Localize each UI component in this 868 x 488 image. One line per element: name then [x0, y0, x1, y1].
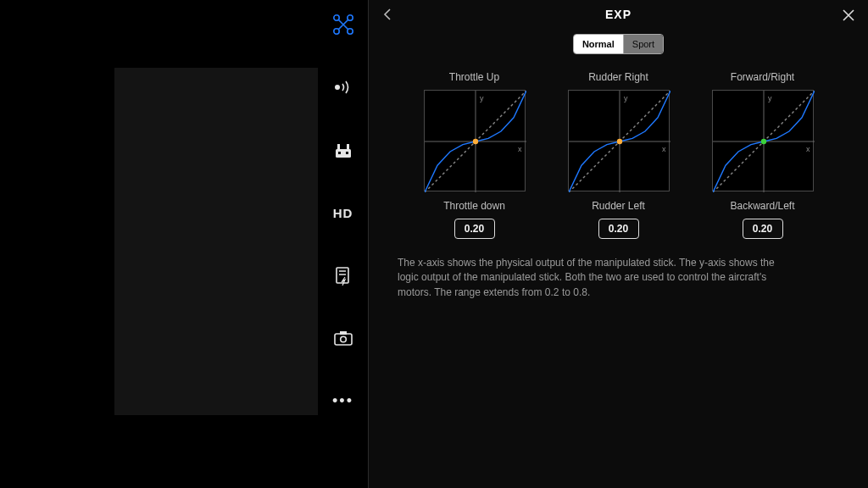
svg-text:x: x: [518, 145, 522, 153]
exp-charts-row: Throttle UpyxThrottle down0.20Rudder Rig…: [369, 64, 868, 244]
panel-header: EXP: [369, 0, 868, 29]
exp-chart-1: Rudder RightyxRudder Left0.20: [559, 71, 678, 239]
svg-point-28: [760, 139, 765, 144]
camera-preview-pane: [0, 0, 318, 488]
exp-chart-0: Throttle UpyxThrottle down0.20: [415, 71, 534, 239]
svg-point-23: [616, 139, 621, 144]
svg-text:x: x: [662, 145, 666, 153]
svg-point-3: [347, 29, 352, 34]
chart-plot[interactable]: yx: [424, 90, 526, 191]
panel-title: EXP: [605, 8, 632, 21]
gimbal-icon[interactable]: [331, 326, 355, 350]
battery-icon[interactable]: [331, 263, 355, 287]
svg-point-13: [340, 336, 346, 342]
settings-sidebar: HD •••: [318, 0, 369, 488]
svg-point-2: [333, 29, 338, 34]
exp-value-input[interactable]: 0.20: [454, 219, 495, 239]
chart-bottom-label: Throttle down: [443, 200, 505, 212]
mode-segment: Normal Sport: [573, 34, 664, 54]
svg-rect-8: [338, 152, 341, 154]
chart-top-label: Forward/Right: [731, 71, 794, 83]
svg-rect-6: [337, 144, 340, 149]
svg-rect-7: [347, 144, 349, 149]
svg-rect-5: [336, 149, 351, 158]
svg-point-1: [347, 15, 352, 20]
camera-preview: [114, 68, 318, 415]
more-icon[interactable]: •••: [331, 389, 355, 413]
description-text: The x-axis shows the physical output of …: [369, 244, 826, 300]
svg-rect-12: [340, 331, 347, 335]
segment-sport[interactable]: Sport: [623, 35, 663, 53]
svg-text:y: y: [624, 94, 628, 103]
remote-controller-icon[interactable]: [331, 138, 355, 162]
svg-text:y: y: [768, 94, 772, 103]
close-icon[interactable]: [841, 8, 856, 23]
svg-rect-9: [346, 152, 348, 154]
exp-chart-2: Forward/RightyxBackward/Left0.20: [704, 71, 822, 239]
chart-plot[interactable]: yx: [712, 90, 814, 191]
settings-panel: EXP Normal Sport Throttle UpyxThrottle d…: [369, 0, 868, 488]
chart-top-label: Rudder Right: [588, 71, 648, 83]
app-root: HD ••• EXP: [0, 0, 868, 488]
image-transmission-icon[interactable]: HD: [331, 201, 355, 225]
exp-value-input[interactable]: 0.20: [598, 219, 639, 239]
chart-bottom-label: Backward/Left: [730, 200, 794, 212]
svg-point-4: [335, 85, 340, 90]
chart-bottom-label: Rudder Left: [592, 200, 645, 212]
svg-text:y: y: [480, 94, 484, 103]
aircraft-icon[interactable]: [331, 13, 355, 36]
svg-text:x: x: [806, 145, 810, 153]
sensor-icon[interactable]: [331, 75, 355, 99]
mode-segment-wrap: Normal Sport: [369, 29, 868, 64]
chart-top-label: Throttle Up: [449, 71, 499, 83]
back-button[interactable]: [381, 8, 394, 21]
exp-value-input[interactable]: 0.20: [743, 219, 783, 239]
svg-point-18: [472, 139, 477, 144]
svg-point-0: [333, 15, 338, 20]
svg-rect-11: [335, 334, 352, 345]
segment-normal[interactable]: Normal: [574, 35, 623, 53]
chart-plot[interactable]: yx: [568, 90, 670, 191]
